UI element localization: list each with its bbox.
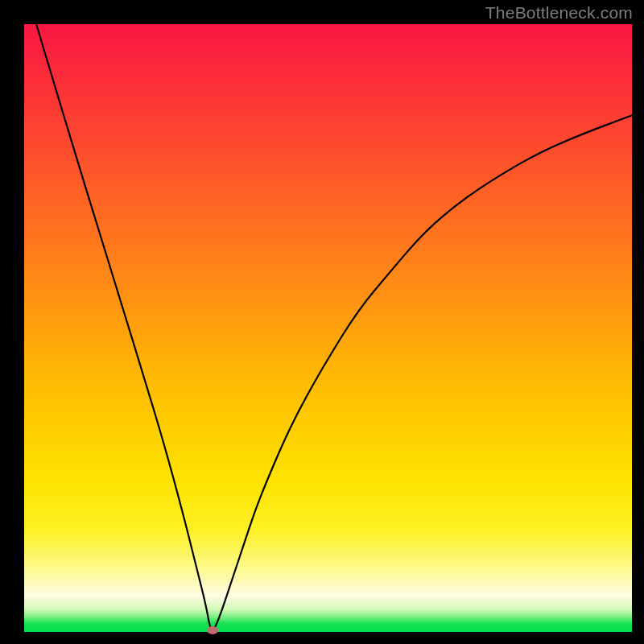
- optimal-point-marker: [207, 626, 218, 634]
- plot-area: [24, 24, 632, 632]
- curve-svg: [24, 24, 632, 632]
- watermark-text: TheBottleneck.com: [485, 3, 633, 23]
- chart-root: TheBottleneck.com: [0, 0, 644, 644]
- bottleneck-curve: [36, 24, 632, 630]
